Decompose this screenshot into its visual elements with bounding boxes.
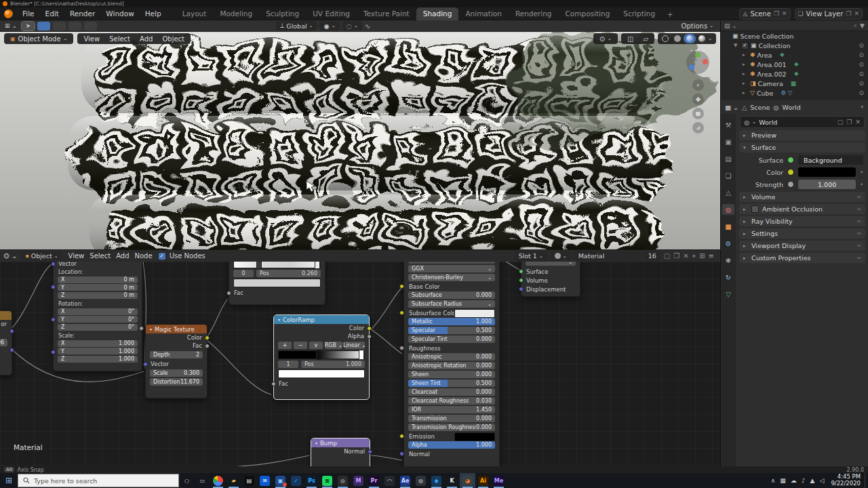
output-socket-color[interactable] (367, 326, 372, 331)
node-magic-texture[interactable]: ▾Magic Texture Color Fac Depth2 Vector S… (145, 324, 208, 399)
axis-z-handle[interactable] (689, 64, 694, 70)
expand-icon[interactable]: ▸ (743, 62, 748, 67)
bsdf-clearcoat[interactable]: Clearcoat0.000 (408, 388, 495, 396)
expand-icon[interactable]: ▼ (734, 43, 739, 48)
breadcrumb-world[interactable]: World (783, 104, 801, 111)
panel-preview[interactable]: ▸Preview (739, 130, 865, 140)
taskbar-app-cortana[interactable]: ○ (179, 473, 195, 488)
properties-tab-particles[interactable]: ✱ (722, 255, 734, 266)
navigation-gizmo[interactable] (686, 51, 709, 74)
properties-tab-modifiers[interactable]: ⚙ (722, 238, 734, 249)
bsdf-transmission[interactable]: Transmission0.000 (408, 415, 495, 422)
bsdf-anisotropic[interactable]: Anisotropic0.000 (408, 353, 495, 361)
camera-view-icon[interactable]: ▦ (692, 108, 704, 119)
world-datablock-selector[interactable]: ◍⌄ World ▢ ❐ ✕ (740, 116, 865, 128)
outliner-row-area-001[interactable]: ▸✱Area.001❖⊙ (721, 60, 868, 69)
axis-y-handle[interactable] (695, 52, 701, 58)
new-view-layer-icon[interactable]: ❐ (846, 10, 851, 17)
workspace-tab-shading[interactable]: Shading (416, 7, 459, 20)
input-socket-surface[interactable] (519, 269, 524, 274)
properties-tab-scene[interactable]: △ (722, 187, 734, 198)
node-material-output[interactable]: ⌄ SurfaceVolumeDisplacement (521, 262, 580, 297)
node-principled-bsdf[interactable]: GGX⌄Christensen-Burley⌄Base ColorSubsurf… (403, 262, 500, 466)
stop-color-swatch[interactable] (278, 369, 365, 378)
hide-eye-icon[interactable]: ⊙ (859, 42, 864, 49)
tray-icon-0[interactable]: ∧ (771, 477, 776, 484)
outliner-row-cube[interactable]: ▸▽Cube⚙ ▽⊙ (721, 88, 868, 98)
taskbar-app-mixamo[interactable]: M (351, 473, 366, 488)
gradient-stop-handle[interactable] (256, 262, 262, 269)
bsdf-alpha[interactable]: Alpha1.000 (408, 441, 495, 449)
colorramp-gradient[interactable] (278, 350, 365, 359)
taskbar-app-medibang[interactable]: ◠ (382, 473, 397, 488)
bsdf-base-color[interactable]: Base Color (404, 283, 499, 290)
stop-index-field[interactable]: 0 (233, 270, 254, 277)
new-datablock-icon[interactable]: ❐ (846, 119, 852, 125)
stop-position-field[interactable]: Pos1.000 (301, 361, 365, 368)
output-input-surface[interactable]: Surface (521, 267, 580, 276)
bsdf-anisotropic-rotation[interactable]: Anisotropic Rotation0.000 (408, 362, 495, 369)
input-socket[interactable] (51, 350, 56, 354)
outliner-row-area-002[interactable]: ▸✱Area.002❖⊙ (721, 69, 868, 79)
material-users-count[interactable]: 16 (644, 251, 660, 261)
taskbar-app-after-effects[interactable]: Ae (397, 473, 413, 488)
output-input-displacement[interactable]: Displacement (521, 285, 580, 293)
mapping-rotation-z[interactable]: Z0° (58, 324, 138, 331)
color-swatch[interactable] (454, 432, 495, 441)
taskbar-app-photos[interactable]: ▣ (273, 473, 288, 488)
show-desktop-button[interactable] (865, 473, 868, 488)
hide-eye-icon[interactable]: ⊙ (859, 80, 864, 87)
depth-field[interactable]: Depth2 (150, 351, 203, 359)
material-name-field[interactable]: Material (574, 251, 641, 261)
input-socket[interactable] (399, 451, 404, 456)
workspace-tab-scripting[interactable]: Scripting (616, 7, 662, 20)
add-workspace-button[interactable]: + (662, 9, 678, 20)
proportional-edit-dropdown[interactable]: ◌⌄ (342, 21, 362, 30)
input-socket[interactable] (51, 285, 56, 289)
properties-tab-world[interactable]: ◍ (722, 204, 734, 215)
add-stop-button[interactable]: + (278, 342, 292, 349)
outliner-row-area[interactable]: ▸✱Area❖⊙ (721, 50, 868, 60)
panel-custom-properties[interactable]: ▸Custom Properties≡ (739, 253, 865, 263)
mapping-scale-x[interactable]: X1.000 (58, 340, 138, 347)
editor-type-button[interactable]: ⊞ ⌄ (3, 22, 19, 30)
taskbar-app-spotify[interactable]: ≋ (319, 473, 335, 488)
shader-menu-add[interactable]: Add (114, 252, 131, 260)
taskbar-app-chrome[interactable]: ◉ (210, 473, 226, 488)
remove-stop-button[interactable]: − (294, 342, 307, 349)
animate-dot-icon[interactable]: • (860, 169, 863, 176)
output-socket-fac[interactable] (205, 344, 210, 348)
select-mode-tweak-button[interactable] (37, 22, 50, 30)
outliner-filter-icon[interactable]: ▼ (860, 22, 865, 29)
taskbar-app-task-view[interactable]: ▭ (195, 473, 210, 488)
slot-dropdown[interactable]: Slot 1 ⌄ (515, 251, 547, 261)
start-button[interactable]: ⊞ (0, 476, 18, 485)
outliner-row-collection[interactable]: ▼✓▣Collection⊙ (721, 41, 868, 50)
taskbar-app-todo[interactable]: ✓ (288, 473, 304, 488)
input-socket-vector[interactable] (143, 362, 148, 367)
bsdf-metallic[interactable]: Metallic1.000 (408, 318, 495, 325)
fake-user-shield-icon[interactable]: ▢ (664, 252, 670, 260)
menu-help[interactable]: Help (140, 8, 166, 19)
mapping-scale-z[interactable]: Z1.000 (58, 356, 138, 363)
gradient-stop-handle[interactable] (315, 262, 320, 269)
taskbar-app-lens[interactable]: ◍ (413, 473, 429, 488)
workspace-tab-modeling[interactable]: Modeling (213, 7, 259, 20)
taskbar-clock[interactable]: 4:45 PM 9/22/2020 (827, 474, 865, 487)
outliner-search-icon[interactable]: ⌕ (854, 22, 857, 29)
tray-icon-1[interactable]: ▦ (780, 477, 786, 484)
shader-type-dropdown[interactable]: ▪ Object ⌄ (21, 251, 62, 261)
expand-icon[interactable]: ▸ (743, 90, 748, 96)
node-bump[interactable]: ▾Bump Normal (311, 438, 370, 466)
taskbar-app-photoshop[interactable]: Ps (304, 473, 319, 488)
properties-tab-tool[interactable]: ⚒ (722, 119, 734, 130)
input-socket[interactable] (399, 434, 404, 439)
taskbar-app-premiere[interactable]: Pr (366, 473, 382, 488)
panel-settings[interactable]: ▸Settings≡ (739, 228, 865, 239)
panel-ambient-occlusion[interactable]: ▸Ambient Occlusion≡ (739, 204, 865, 214)
expand-icon[interactable]: ▸ (743, 52, 748, 58)
input-socket-fac[interactable] (271, 382, 276, 386)
blender-logo-icon[interactable] (4, 9, 13, 18)
properties-tab-view-layer[interactable]: ❏ (722, 170, 734, 181)
shader-menu-node[interactable]: Node (133, 252, 155, 260)
